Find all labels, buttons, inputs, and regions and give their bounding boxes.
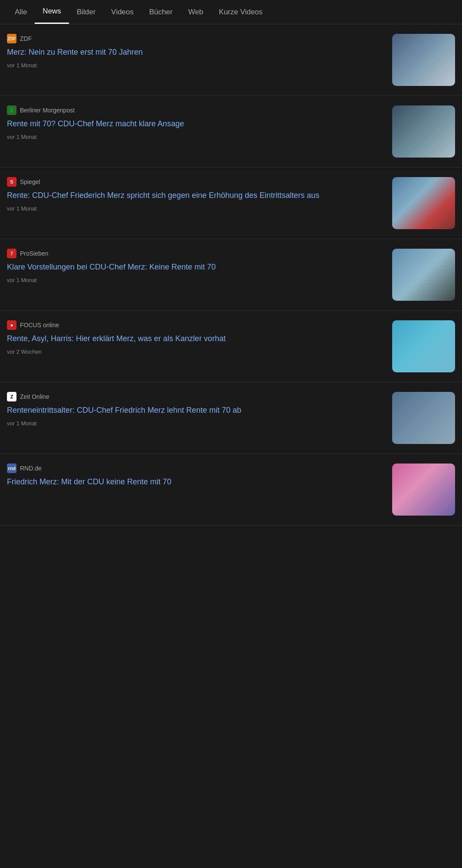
news-title-1: Merz: Nein zu Rente erst mit 70 Jahren — [7, 47, 385, 58]
news-content-2: 🌲 Berliner Morgenpost Rente mit 70? CDU-… — [7, 105, 392, 140]
source-icon-1: ZDF — [7, 34, 16, 43]
news-item-7[interactable]: rnd RND.de Friedrich Merz: Mit der CDU k… — [0, 454, 462, 526]
news-item-2[interactable]: 🌲 Berliner Morgenpost Rente mit 70? CDU-… — [0, 96, 462, 168]
thumb-placeholder-5 — [392, 320, 455, 372]
news-list: ZDF ZDF Merz: Nein zu Rente erst mit 70 … — [0, 24, 462, 526]
news-time-3: vor 1 Monat — [7, 205, 385, 212]
news-title-4: Klare Vorstellungen bei CDU-Chef Merz: K… — [7, 262, 385, 273]
news-item-4[interactable]: 7 ProSieben Klare Vorstellungen bei CDU-… — [0, 239, 462, 311]
source-name-4: ProSieben — [20, 250, 48, 257]
news-time-1: vor 1 Monat — [7, 62, 385, 69]
thumb-placeholder-7 — [392, 464, 455, 516]
source-row-2: 🌲 Berliner Morgenpost — [7, 105, 385, 115]
source-icon-2: 🌲 — [7, 105, 16, 115]
news-item-6[interactable]: Z Zeit Online Renteneintrittsalter: CDU-… — [0, 382, 462, 454]
news-time-4: vor 1 Monat — [7, 277, 385, 283]
source-name-5: FOCUS online — [20, 322, 59, 329]
news-thumbnail-7 — [392, 464, 455, 516]
news-item-1[interactable]: ZDF ZDF Merz: Nein zu Rente erst mit 70 … — [0, 24, 462, 96]
source-row-6: Z Zeit Online — [7, 392, 385, 401]
news-thumbnail-3 — [392, 177, 455, 229]
tab-web[interactable]: Web — [180, 1, 211, 23]
thumb-placeholder-2 — [392, 105, 455, 158]
news-thumbnail-1 — [392, 34, 455, 86]
source-row-5: ● FOCUS online — [7, 320, 385, 330]
news-time-6: vor 1 Monat — [7, 420, 385, 427]
news-item-3[interactable]: S Spiegel Rente: CDU-Chef Friederich Mer… — [0, 168, 462, 239]
thumb-placeholder-6 — [392, 392, 455, 444]
source-icon-5: ● — [7, 320, 16, 330]
source-icon-7: rnd — [7, 464, 16, 473]
source-row-3: S Spiegel — [7, 177, 385, 187]
news-title-5: Rente, Asyl, Harris: Hier erklärt Merz, … — [7, 333, 385, 344]
news-item-5[interactable]: ● FOCUS online Rente, Asyl, Harris: Hier… — [0, 311, 462, 382]
news-thumbnail-4 — [392, 249, 455, 301]
news-title-3: Rente: CDU-Chef Friederich Merz spricht … — [7, 190, 385, 201]
news-time-5: vor 2 Wochen — [7, 349, 385, 355]
tab-videos[interactable]: Videos — [103, 1, 141, 23]
source-row-4: 7 ProSieben — [7, 249, 385, 258]
news-title-7: Friedrich Merz: Mit der CDU keine Rente … — [7, 477, 385, 487]
news-title-6: Renteneintrittsalter: CDU-Chef Friedrich… — [7, 405, 385, 416]
source-name-2: Berliner Morgenpost — [20, 107, 75, 114]
news-title-2: Rente mit 70? CDU-Chef Merz macht klare … — [7, 118, 385, 129]
news-content-7: rnd RND.de Friedrich Merz: Mit der CDU k… — [7, 464, 392, 492]
tab-kurze-videos[interactable]: Kurze Videos — [211, 1, 271, 23]
news-thumbnail-6 — [392, 392, 455, 444]
tab-news[interactable]: News — [35, 0, 69, 24]
source-name-7: RND.de — [20, 465, 42, 472]
news-thumbnail-2 — [392, 105, 455, 158]
source-icon-4: 7 — [7, 249, 16, 258]
source-icon-6: Z — [7, 392, 16, 401]
thumb-placeholder-4 — [392, 249, 455, 301]
source-name-3: Spiegel — [20, 178, 40, 185]
news-time-2: vor 1 Monat — [7, 134, 385, 140]
tab-bilder[interactable]: Bilder — [69, 1, 103, 23]
source-row-1: ZDF ZDF — [7, 34, 385, 43]
news-content-1: ZDF ZDF Merz: Nein zu Rente erst mit 70 … — [7, 34, 392, 69]
news-content-3: S Spiegel Rente: CDU-Chef Friederich Mer… — [7, 177, 392, 212]
source-row-7: rnd RND.de — [7, 464, 385, 473]
source-name-6: Zeit Online — [20, 393, 49, 400]
news-thumbnail-5 — [392, 320, 455, 372]
tab-alle[interactable]: Alle — [7, 1, 35, 23]
thumb-placeholder-1 — [392, 34, 455, 86]
news-content-6: Z Zeit Online Renteneintrittsalter: CDU-… — [7, 392, 392, 427]
thumb-placeholder-3 — [392, 177, 455, 229]
source-name-1: ZDF — [20, 35, 32, 42]
news-content-4: 7 ProSieben Klare Vorstellungen bei CDU-… — [7, 249, 392, 283]
source-icon-3: S — [7, 177, 16, 187]
tab-buecher[interactable]: Bücher — [141, 1, 180, 23]
tab-bar: AlleNewsBilderVideosBücherWebKurze Video… — [0, 0, 462, 24]
news-content-5: ● FOCUS online Rente, Asyl, Harris: Hier… — [7, 320, 392, 355]
